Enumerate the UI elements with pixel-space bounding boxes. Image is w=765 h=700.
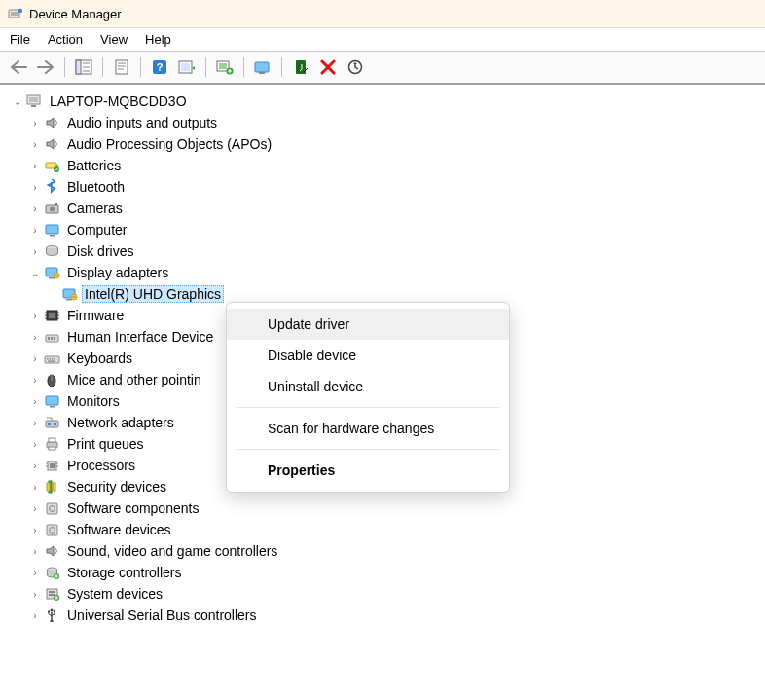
menu-action[interactable]: Action (48, 32, 83, 47)
update-driver-button[interactable] (212, 55, 237, 80)
chevron-right-icon[interactable]: › (27, 439, 43, 450)
svg-rect-33 (50, 235, 55, 237)
ctx-properties[interactable]: Properties (227, 455, 509, 486)
mouse-icon (43, 371, 62, 388)
ctx-disable-device[interactable]: Disable device (227, 340, 509, 371)
properties-button[interactable] (109, 55, 134, 80)
tree-category-label: Firmware (64, 307, 127, 324)
svg-rect-1 (11, 12, 18, 16)
scan-hardware-alt-button[interactable] (343, 55, 368, 80)
tree-root[interactable]: ⌄ LAPTOP-MQBCDD3O (10, 91, 765, 112)
scan-hardware-button[interactable] (174, 55, 200, 80)
back-button[interactable] (6, 55, 31, 80)
tree-category[interactable]: ›Audio Processing Objects (APOs) (10, 133, 765, 155)
svg-rect-4 (76, 60, 81, 74)
svg-rect-53 (51, 337, 53, 340)
chevron-right-icon[interactable]: › (27, 418, 43, 428)
cpu-icon (43, 457, 62, 474)
svg-rect-17 (219, 63, 227, 69)
tree-category[interactable]: ⌄Display adapters (10, 262, 765, 283)
svg-point-2 (18, 9, 22, 13)
menu-view[interactable]: View (100, 32, 128, 47)
svg-rect-79 (53, 483, 55, 491)
chevron-right-icon[interactable]: › (27, 139, 43, 150)
ctx-uninstall-device[interactable]: Uninstall device (227, 371, 509, 402)
tree-category[interactable]: ›Bluetooth (10, 176, 765, 198)
chevron-right-icon[interactable]: › (27, 461, 43, 471)
hid-icon (43, 328, 62, 346)
chevron-right-icon[interactable]: › (27, 161, 43, 171)
chevron-right-icon[interactable]: › (27, 568, 43, 578)
svg-rect-69 (49, 438, 55, 442)
svg-rect-38 (55, 275, 58, 276)
chevron-down-icon[interactable]: ⌄ (27, 268, 43, 278)
svg-point-92 (54, 610, 55, 612)
menu-help[interactable]: Help (145, 32, 171, 47)
svg-text:?: ? (157, 61, 164, 73)
ctx-separator (237, 407, 499, 408)
tree-category[interactable]: ›Universal Serial Bus controllers (10, 605, 765, 626)
svg-rect-42 (73, 296, 76, 298)
speaker-icon (43, 542, 62, 560)
ctx-update-driver[interactable]: Update driver (227, 309, 509, 340)
display-adapter-icon (43, 264, 62, 281)
tree-category-label: Software components (64, 499, 201, 517)
chevron-right-icon[interactable]: › (27, 589, 43, 600)
tree-category[interactable]: ›Audio inputs and outputs (10, 112, 765, 133)
chevron-right-icon[interactable]: › (27, 546, 43, 557)
svg-rect-88 (49, 594, 55, 596)
tree-category[interactable]: ›Software devices (10, 519, 765, 540)
chevron-right-icon[interactable]: › (27, 332, 43, 343)
tree-category[interactable]: ›Storage controllers (10, 562, 765, 583)
chevron-right-icon[interactable]: › (27, 311, 43, 321)
chevron-right-icon[interactable]: › (27, 246, 43, 257)
svg-rect-64 (50, 406, 55, 408)
uninstall-device-button[interactable] (315, 55, 341, 80)
tree-category[interactable]: ›Computer (10, 219, 765, 240)
monitor-icon (43, 221, 62, 239)
chevron-right-icon[interactable]: › (27, 203, 43, 214)
chevron-right-icon[interactable]: › (27, 225, 43, 236)
tree-category[interactable]: ›System devices (10, 583, 765, 605)
device-manager-icon (8, 6, 23, 21)
show-hide-tree-button[interactable] (71, 55, 96, 80)
chevron-right-icon[interactable]: › (27, 503, 43, 514)
keyboard-icon (43, 350, 62, 367)
menu-file[interactable]: File (10, 32, 30, 47)
security-icon (43, 478, 62, 496)
speaker-icon (43, 135, 62, 153)
chevron-right-icon[interactable]: › (27, 375, 43, 386)
chevron-right-icon[interactable]: › (27, 353, 43, 364)
chevron-right-icon[interactable]: › (27, 118, 43, 129)
svg-rect-52 (48, 337, 50, 340)
chevron-right-icon[interactable]: › (27, 182, 43, 193)
disable-device-button[interactable] (288, 55, 313, 80)
tree-category[interactable]: ›Software components (10, 497, 765, 519)
tree-category[interactable]: ›Disk drives (10, 240, 765, 262)
help-button[interactable]: ? (147, 55, 172, 80)
chevron-right-icon[interactable]: › (27, 396, 43, 407)
chevron-right-icon[interactable]: › (27, 525, 43, 535)
tree-category-label: Network adapters (64, 414, 177, 431)
svg-rect-67 (54, 423, 56, 425)
forward-button[interactable] (33, 55, 58, 80)
system-icon (43, 585, 62, 603)
enable-device-button[interactable] (250, 55, 275, 80)
tree-category[interactable]: ›Batteries (10, 155, 765, 176)
svg-rect-44 (49, 313, 55, 318)
tree-root-label: LAPTOP-MQBCDD3O (47, 92, 190, 110)
svg-rect-32 (46, 225, 58, 234)
chevron-down-icon[interactable]: ⌄ (10, 96, 25, 107)
tree-category[interactable]: ›Cameras (10, 198, 765, 219)
ctx-separator (237, 449, 499, 450)
chevron-right-icon[interactable]: › (27, 610, 43, 621)
chevron-right-icon[interactable]: › (27, 482, 43, 493)
svg-rect-54 (54, 337, 55, 340)
tree-category-label: Security devices (64, 478, 169, 496)
svg-rect-80 (47, 503, 57, 514)
camera-icon (43, 200, 62, 217)
tree-category-label: Batteries (64, 157, 124, 174)
tree-category[interactable]: ›Sound, video and game controllers (10, 540, 765, 562)
ctx-scan-hardware[interactable]: Scan for hardware changes (227, 413, 509, 444)
toolbar-separator (140, 57, 141, 77)
